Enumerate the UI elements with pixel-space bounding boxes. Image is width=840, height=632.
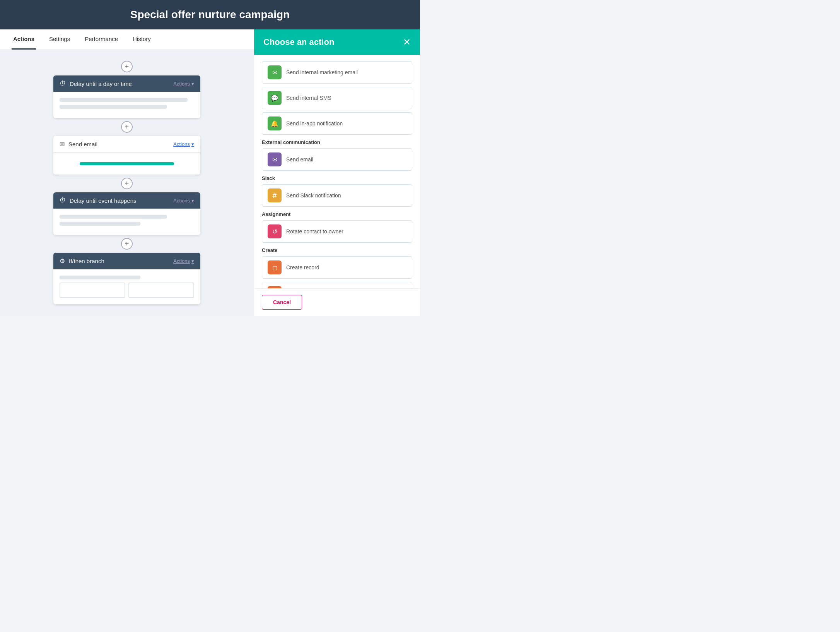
action-icon-marketing-email: ✉ [268, 65, 282, 79]
tab-actions[interactable]: Actions [12, 29, 36, 50]
action-send-internal-marketing-email[interactable]: ✉ Send internal marketing email [262, 61, 412, 84]
node-send-email-title: Send email [68, 141, 169, 147]
action-create-record[interactable]: ◻ Create record [262, 256, 412, 279]
node-branch-header: ⚙ If/then branch Actions ▾ [53, 253, 200, 269]
node-delay1-title: Delay until a day or time [70, 80, 169, 87]
add-node-button-2[interactable]: + [121, 121, 133, 133]
category-create: Create [262, 247, 412, 253]
action-send-internal-sms[interactable]: 💬 Send internal SMS [262, 87, 412, 109]
action-icon-rotate: ↺ [268, 224, 282, 238]
action-label: Send email [286, 156, 313, 163]
action-label: Send internal SMS [286, 95, 331, 101]
skeleton [60, 222, 140, 226]
node-delay2: ⏱ Delay until event happens Actions ▾ [53, 192, 200, 235]
skeleton [60, 276, 140, 279]
add-node-button-3[interactable]: + [121, 178, 133, 189]
node-delay2-header: ⏱ Delay until event happens Actions ▾ [53, 192, 200, 209]
email-icon: ✉ [60, 140, 65, 148]
category-external-comm: External communication [262, 139, 412, 145]
node-send-email-actions[interactable]: Actions ▾ [173, 141, 194, 147]
category-slack: Slack [262, 175, 412, 181]
workflow-canvas: + ⏱ Delay until a day or time Actions ▾ … [0, 50, 254, 316]
action-send-slack[interactable]: # Send Slack notification [262, 184, 412, 207]
tab-history[interactable]: History [131, 29, 152, 50]
page-title: Special offer nurture campaign [130, 9, 290, 21]
node-branch-title: If/then branch [69, 258, 169, 264]
action-panel-header: Choose an action ✕ [254, 29, 420, 55]
action-icon-sms: 💬 [268, 91, 282, 105]
tab-performance[interactable]: Performance [83, 29, 120, 50]
tab-bar: Actions Settings Performance History [0, 29, 254, 50]
node-branch: ⚙ If/then branch Actions ▾ [53, 253, 200, 304]
node-send-email-header: ✉ Send email Actions ▾ [53, 136, 200, 153]
add-node-button-4[interactable]: + [121, 238, 133, 250]
action-label: Rotate contact to owner [286, 228, 343, 235]
node-branch-body [53, 269, 200, 304]
action-icon-slack: # [268, 188, 282, 202]
node-branch-actions[interactable]: Actions ▾ [173, 258, 194, 264]
node-delay2-actions[interactable]: Actions ▾ [173, 198, 194, 204]
main-layout: Actions Settings Performance History + ⏱… [0, 29, 420, 316]
action-label: Send internal marketing email [286, 69, 358, 75]
action-panel: Choose an action ✕ ✉ Send internal marke… [254, 29, 420, 316]
category-assignment: Assignment [262, 211, 412, 217]
action-create-task[interactable]: ☐ Create task [262, 282, 412, 288]
action-icon-inapp: 🔔 [268, 116, 282, 130]
node-send-email: ✉ Send email Actions ▾ [53, 136, 200, 175]
skeleton [60, 105, 167, 109]
cancel-button[interactable]: Cancel [262, 295, 302, 310]
branch-icon: ⚙ [60, 257, 65, 265]
node-delay1: ⏱ Delay until a day or time Actions ▾ [53, 75, 200, 118]
delay-icon: ⏱ [60, 80, 66, 87]
action-icon-email: ✉ [268, 152, 282, 166]
tab-settings[interactable]: Settings [48, 29, 72, 50]
action-panel-footer: Cancel [254, 288, 420, 316]
page-header: Special offer nurture campaign [0, 0, 420, 29]
action-label: Send Slack notification [286, 192, 341, 199]
delay2-icon: ⏱ [60, 197, 66, 204]
workflow-panel: Actions Settings Performance History + ⏱… [0, 29, 254, 316]
action-label: Create record [286, 264, 319, 271]
node-delay1-body [53, 92, 200, 118]
action-send-inapp-notification[interactable]: 🔔 Send in-app notification [262, 112, 412, 135]
node-delay2-body [53, 209, 200, 235]
action-label: Send in-app notification [286, 120, 343, 127]
node-send-email-body [53, 153, 200, 175]
skeleton [60, 215, 167, 219]
skeleton [60, 98, 188, 102]
node-delay1-header: ⏱ Delay until a day or time Actions ▾ [53, 75, 200, 92]
action-rotate-contact[interactable]: ↺ Rotate contact to owner [262, 220, 412, 243]
action-list: ✉ Send internal marketing email 💬 Send i… [254, 55, 420, 288]
add-node-button-top[interactable]: + [121, 61, 133, 72]
action-send-email[interactable]: ✉ Send email [262, 148, 412, 171]
email-progress-bar [80, 162, 174, 165]
action-panel-title: Choose an action [263, 37, 334, 47]
close-panel-button[interactable]: ✕ [403, 38, 411, 47]
action-icon-create-record: ◻ [268, 260, 282, 274]
node-delay2-title: Delay until event happens [70, 197, 169, 204]
node-delay1-actions[interactable]: Actions ▾ [173, 81, 194, 87]
